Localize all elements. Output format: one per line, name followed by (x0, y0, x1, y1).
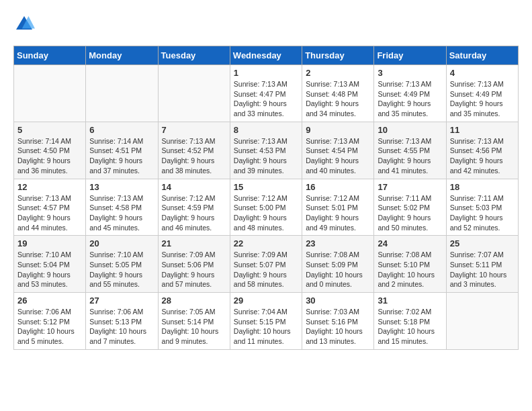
calendar-cell: 26Sunrise: 7:06 AM Sunset: 5:12 PM Dayli… (14, 293, 86, 350)
calendar-cell: 8Sunrise: 7:13 AM Sunset: 4:53 PM Daylig… (230, 122, 302, 179)
day-number: 22 (234, 238, 298, 248)
weekday-header: Thursday (302, 46, 374, 65)
calendar-cell: 17Sunrise: 7:11 AM Sunset: 5:02 PM Dayli… (374, 179, 446, 236)
weekday-header-row: SundayMondayTuesdayWednesdayThursdayFrid… (14, 46, 519, 65)
day-info: Sunrise: 7:06 AM Sunset: 5:12 PM Dayligh… (17, 307, 82, 347)
calendar-cell: 6Sunrise: 7:14 AM Sunset: 4:51 PM Daylig… (86, 122, 158, 179)
day-number: 30 (306, 295, 370, 306)
day-number: 19 (17, 238, 82, 248)
calendar-cell: 2Sunrise: 7:13 AM Sunset: 4:48 PM Daylig… (302, 65, 374, 122)
day-info: Sunrise: 7:11 AM Sunset: 5:03 PM Dayligh… (450, 193, 515, 233)
day-number: 1 (234, 68, 298, 78)
calendar-week-row: 1Sunrise: 7:13 AM Sunset: 4:47 PM Daylig… (14, 65, 519, 122)
day-info: Sunrise: 7:12 AM Sunset: 4:59 PM Dayligh… (162, 193, 226, 233)
calendar-cell: 13Sunrise: 7:13 AM Sunset: 4:58 PM Dayli… (86, 179, 158, 236)
logo (13, 13, 38, 35)
day-number: 31 (378, 295, 442, 306)
day-info: Sunrise: 7:09 AM Sunset: 5:07 PM Dayligh… (234, 250, 298, 289)
day-info: Sunrise: 7:13 AM Sunset: 4:47 PM Dayligh… (234, 79, 298, 119)
day-info: Sunrise: 7:06 AM Sunset: 5:13 PM Dayligh… (89, 307, 154, 347)
day-number: 18 (450, 182, 515, 192)
day-number: 8 (234, 125, 298, 135)
day-number: 7 (162, 125, 226, 135)
day-number: 15 (234, 182, 298, 192)
weekday-header: Monday (86, 46, 158, 65)
day-number: 28 (162, 295, 226, 306)
calendar-cell: 3Sunrise: 7:13 AM Sunset: 4:49 PM Daylig… (374, 65, 446, 122)
calendar-week-row: 12Sunrise: 7:13 AM Sunset: 4:57 PM Dayli… (14, 179, 519, 236)
day-info: Sunrise: 7:08 AM Sunset: 5:09 PM Dayligh… (306, 250, 370, 289)
day-info: Sunrise: 7:07 AM Sunset: 5:11 PM Dayligh… (450, 250, 515, 289)
day-number: 16 (306, 182, 370, 192)
calendar-cell: 16Sunrise: 7:12 AM Sunset: 5:01 PM Dayli… (302, 179, 374, 236)
day-info: Sunrise: 7:13 AM Sunset: 4:49 PM Dayligh… (378, 79, 442, 119)
calendar-cell: 1Sunrise: 7:13 AM Sunset: 4:47 PM Daylig… (230, 65, 302, 122)
day-number: 23 (306, 238, 370, 248)
calendar-table: SundayMondayTuesdayWednesdayThursdayFrid… (13, 46, 519, 350)
day-number: 2 (306, 68, 370, 78)
weekday-header: Sunday (14, 46, 86, 65)
calendar-cell (14, 65, 86, 122)
day-number: 26 (17, 295, 82, 306)
weekday-header: Wednesday (230, 46, 302, 65)
day-info: Sunrise: 7:09 AM Sunset: 5:06 PM Dayligh… (162, 250, 226, 289)
calendar-cell: 27Sunrise: 7:06 AM Sunset: 5:13 PM Dayli… (86, 293, 158, 350)
day-number: 4 (450, 68, 515, 78)
day-info: Sunrise: 7:14 AM Sunset: 4:50 PM Dayligh… (17, 136, 82, 176)
day-number: 12 (17, 182, 82, 192)
day-info: Sunrise: 7:13 AM Sunset: 4:58 PM Dayligh… (89, 193, 154, 233)
weekday-header: Saturday (446, 46, 518, 65)
calendar-cell: 29Sunrise: 7:04 AM Sunset: 5:15 PM Dayli… (230, 293, 302, 350)
calendar-cell: 30Sunrise: 7:03 AM Sunset: 5:16 PM Dayli… (302, 293, 374, 350)
day-number: 6 (89, 125, 154, 135)
calendar-cell: 19Sunrise: 7:10 AM Sunset: 5:04 PM Dayli… (14, 236, 86, 293)
calendar-cell (446, 293, 518, 350)
calendar-cell: 4Sunrise: 7:13 AM Sunset: 4:49 PM Daylig… (446, 65, 518, 122)
day-info: Sunrise: 7:12 AM Sunset: 5:00 PM Dayligh… (234, 193, 298, 233)
day-info: Sunrise: 7:13 AM Sunset: 4:57 PM Dayligh… (17, 193, 82, 233)
day-number: 24 (378, 238, 442, 248)
calendar-cell: 25Sunrise: 7:07 AM Sunset: 5:11 PM Dayli… (446, 236, 518, 293)
day-number: 9 (306, 125, 370, 135)
day-info: Sunrise: 7:13 AM Sunset: 4:52 PM Dayligh… (162, 136, 226, 176)
day-info: Sunrise: 7:12 AM Sunset: 5:01 PM Dayligh… (306, 193, 370, 233)
day-info: Sunrise: 7:08 AM Sunset: 5:10 PM Dayligh… (378, 250, 442, 289)
day-number: 14 (162, 182, 226, 192)
page-header (13, 13, 519, 35)
calendar-cell: 23Sunrise: 7:08 AM Sunset: 5:09 PM Dayli… (302, 236, 374, 293)
calendar-cell: 31Sunrise: 7:02 AM Sunset: 5:18 PM Dayli… (374, 293, 446, 350)
day-number: 29 (234, 295, 298, 306)
calendar-cell: 9Sunrise: 7:13 AM Sunset: 4:54 PM Daylig… (302, 122, 374, 179)
day-info: Sunrise: 7:05 AM Sunset: 5:14 PM Dayligh… (162, 307, 226, 347)
day-info: Sunrise: 7:13 AM Sunset: 4:55 PM Dayligh… (378, 136, 442, 176)
logo-icon (13, 13, 35, 35)
calendar-week-row: 5Sunrise: 7:14 AM Sunset: 4:50 PM Daylig… (14, 122, 519, 179)
calendar-cell: 22Sunrise: 7:09 AM Sunset: 5:07 PM Dayli… (230, 236, 302, 293)
day-number: 13 (89, 182, 154, 192)
day-number: 21 (162, 238, 226, 248)
day-info: Sunrise: 7:10 AM Sunset: 5:05 PM Dayligh… (89, 250, 154, 289)
day-info: Sunrise: 7:03 AM Sunset: 5:16 PM Dayligh… (306, 307, 370, 347)
day-number: 10 (378, 125, 442, 135)
day-number: 17 (378, 182, 442, 192)
day-number: 25 (450, 238, 515, 248)
calendar-cell: 21Sunrise: 7:09 AM Sunset: 5:06 PM Dayli… (158, 236, 230, 293)
day-info: Sunrise: 7:13 AM Sunset: 4:56 PM Dayligh… (450, 136, 515, 176)
calendar-cell: 12Sunrise: 7:13 AM Sunset: 4:57 PM Dayli… (14, 179, 86, 236)
calendar-cell: 14Sunrise: 7:12 AM Sunset: 4:59 PM Dayli… (158, 179, 230, 236)
day-info: Sunrise: 7:13 AM Sunset: 4:53 PM Dayligh… (234, 136, 298, 176)
calendar-cell (86, 65, 158, 122)
calendar-week-row: 26Sunrise: 7:06 AM Sunset: 5:12 PM Dayli… (14, 293, 519, 350)
day-info: Sunrise: 7:13 AM Sunset: 4:49 PM Dayligh… (450, 79, 515, 119)
weekday-header: Friday (374, 46, 446, 65)
calendar-cell (158, 65, 230, 122)
day-number: 3 (378, 68, 442, 78)
day-info: Sunrise: 7:13 AM Sunset: 4:54 PM Dayligh… (306, 136, 370, 176)
calendar-cell: 10Sunrise: 7:13 AM Sunset: 4:55 PM Dayli… (374, 122, 446, 179)
calendar-cell: 20Sunrise: 7:10 AM Sunset: 5:05 PM Dayli… (86, 236, 158, 293)
calendar-cell: 15Sunrise: 7:12 AM Sunset: 5:00 PM Dayli… (230, 179, 302, 236)
calendar-cell: 28Sunrise: 7:05 AM Sunset: 5:14 PM Dayli… (158, 293, 230, 350)
day-info: Sunrise: 7:13 AM Sunset: 4:48 PM Dayligh… (306, 79, 370, 119)
day-number: 20 (89, 238, 154, 248)
day-info: Sunrise: 7:14 AM Sunset: 4:51 PM Dayligh… (89, 136, 154, 176)
